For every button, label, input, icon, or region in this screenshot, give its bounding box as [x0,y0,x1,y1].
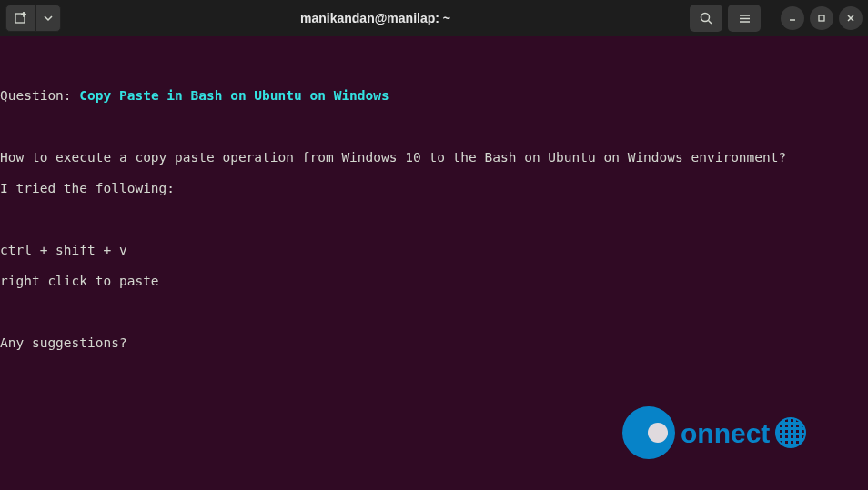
search-icon [700,12,713,25]
maximize-icon [817,14,826,23]
minimize-button[interactable] [781,6,804,30]
terminal-content[interactable]: Question: Copy Paste in Bash on Ubuntu o… [0,36,868,490]
empty-line [0,119,868,135]
titlebar-right-group [690,5,863,32]
empty-line [0,459,868,475]
search-button[interactable] [690,5,722,32]
body-line: I tried the following: [0,181,868,196]
empty-line [0,397,868,413]
empty-line [0,57,868,73]
titlebar-left-group [5,5,61,32]
empty-line [0,428,868,444]
menu-button[interactable] [728,5,761,32]
new-tab-icon [14,11,28,25]
window-title: manikandan@manilap: ~ [66,11,684,26]
empty-line [0,212,868,227]
svg-rect-2 [819,15,824,21]
new-tab-button[interactable] [5,5,36,32]
tab-dropdown-button[interactable] [35,5,61,32]
minimize-icon [788,14,797,23]
svg-point-1 [701,13,709,21]
body-line: right click to paste [0,274,868,289]
window-titlebar: manikandan@manilap: ~ [0,0,868,36]
question-title: Copy Paste in Bash on Ubuntu on Windows [79,88,389,103]
body-line: Any suggestions? [0,335,868,351]
chevron-down-icon [44,14,53,23]
close-icon [846,14,855,23]
hamburger-icon [738,12,752,25]
empty-line [0,305,868,320]
question-label: Question: [0,88,79,103]
close-button[interactable] [839,6,863,30]
body-line: ctrl + shift + v [0,243,868,258]
body-line: How to execute a copy paste operation fr… [0,150,868,165]
question-line: Question: Copy Paste in Bash on Ubuntu o… [0,88,868,104]
empty-line [0,366,868,382]
maximize-button[interactable] [810,6,833,30]
